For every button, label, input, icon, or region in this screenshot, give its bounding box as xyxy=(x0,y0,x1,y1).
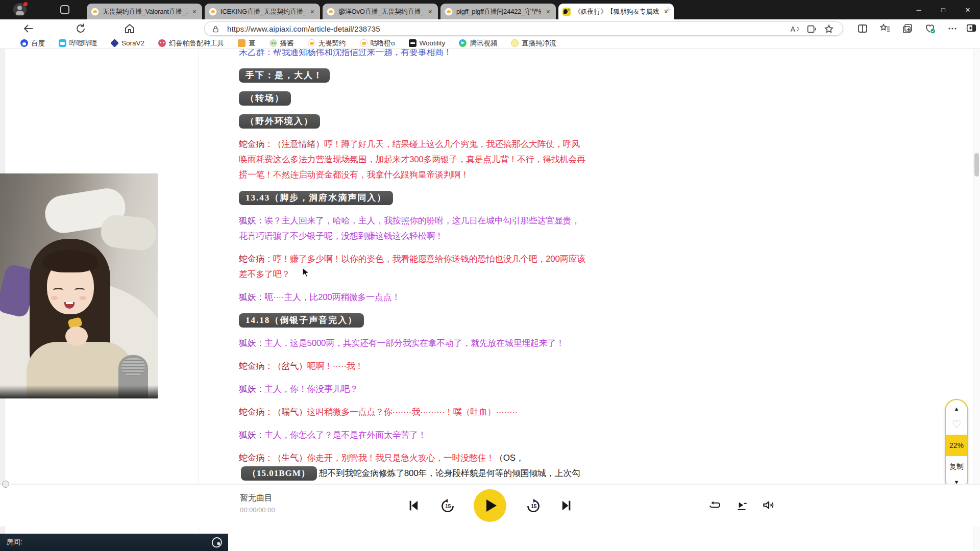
bookmark-item[interactable]: 直播纯净流 xyxy=(511,39,556,48)
room-input-bar[interactable]: 房间: xyxy=(0,534,228,551)
close-button[interactable]: ✕ xyxy=(955,0,980,19)
settings-more-icon[interactable] xyxy=(946,22,959,35)
browser-essentials-icon[interactable] xyxy=(924,22,936,35)
dialogue-text: 蛇金病：（生气） xyxy=(239,453,307,463)
play-button[interactable] xyxy=(474,489,506,522)
home-icon[interactable] xyxy=(124,22,136,35)
bookmark-item[interactable]: 腾讯视频 xyxy=(459,39,497,48)
tab-title: 《妖夜行》【狐朋狗友专属戏感 xyxy=(574,7,659,16)
streamer-eye xyxy=(75,288,85,292)
tab-actions-icon[interactable] xyxy=(60,5,69,14)
bookmark-item[interactable]: 无畏契约 xyxy=(308,39,346,48)
streamer-bangs xyxy=(43,250,98,272)
room-tag-icon[interactable] xyxy=(211,537,223,548)
bookmark-item[interactable]: 查 xyxy=(238,39,256,48)
cue-badge: 13.43（脚步，洞府水滴声同入） xyxy=(239,191,393,205)
webcam-video-overlay[interactable] xyxy=(0,173,158,398)
refresh-icon[interactable] xyxy=(75,22,87,35)
favorite-star-icon[interactable] xyxy=(823,23,835,35)
scroll-up-button[interactable]: ▲ xyxy=(946,400,967,416)
streamer-blush xyxy=(80,296,86,300)
page-scrollbar[interactable] xyxy=(973,49,980,551)
bookmark-item[interactable]: Wootility xyxy=(409,39,446,47)
favorites-icon[interactable] xyxy=(879,22,891,35)
browser-tab[interactable]: ICEKING直播_无畏契约直播_斗鱼× xyxy=(205,4,320,19)
scrollbar-thumb[interactable] xyxy=(974,153,979,177)
dialogue-text: 主人，这是5000两，其实还有一部分我实在拿不动了，就先放在城里埋起来了！ xyxy=(264,338,565,348)
dialogue-text: 蛇金病： xyxy=(239,254,273,264)
inline-cue-badge: （15.01BGM） xyxy=(241,466,317,481)
volume-icon[interactable] xyxy=(762,498,776,513)
bookmark-label: 幻兽帕鲁配种工具 xyxy=(169,39,224,48)
previous-track-icon[interactable] xyxy=(406,498,421,513)
tab-close-icon[interactable]: × xyxy=(545,8,552,15)
dialogue-text: （OS， xyxy=(495,453,524,463)
tab-close-icon[interactable]: × xyxy=(427,8,434,15)
aipiaxi-favicon xyxy=(562,8,571,16)
collections-icon[interactable] xyxy=(901,22,914,35)
tab-strip: 无畏契约直播_Valorant直播_无畏×ICEKING直播_无畏契约直播_斗鱼… xyxy=(87,4,676,19)
address-bar[interactable]: https://www.aipiaxi.com/article-detail/2… xyxy=(204,21,843,36)
bookmark-item[interactable]: 百度 xyxy=(20,39,45,48)
dialogue-text: 禾乙群：帮我通知杨伟和沈指信过来一趟，有要事相商！ xyxy=(239,49,452,57)
split-screen-icon[interactable] xyxy=(856,22,869,35)
dialogue-block: 禾乙群：帮我通知杨伟和沈指信过来一趟，有要事相商！ xyxy=(239,49,588,60)
profile-avatar-icon[interactable] xyxy=(13,3,27,16)
streamer-eye xyxy=(53,288,63,292)
dialogue-text: 你走开，别管我！我只是急火攻心，一时没憋住！ xyxy=(307,453,495,463)
url-text[interactable]: https://www.aipiaxi.com/article-detail/2… xyxy=(227,24,380,33)
lemon-bookmark-icon xyxy=(511,39,519,47)
rewind-15-icon[interactable]: 15 xyxy=(440,498,454,513)
sidebar-toggle-icon[interactable] xyxy=(966,22,977,35)
forward-15-icon[interactable]: 15 xyxy=(526,498,540,513)
tab-close-icon[interactable]: × xyxy=(309,8,316,15)
douyu-favicon xyxy=(327,8,335,16)
dialogue-block: 狐妖：呃····主人，比200两稍微多一点点！ xyxy=(239,290,588,305)
progress-percent: 22% xyxy=(946,435,967,456)
next-track-icon[interactable] xyxy=(559,498,574,513)
cue-badge-block: （野外环境入） xyxy=(239,114,588,129)
dialogue-text: 哼！赚了多少啊！以你的姿色，我看能愿意给你送钱的恐怕也没几个吧，200两应该差不… xyxy=(239,254,585,279)
browser-tab[interactable]: 《妖夜行》【狐朋狗友专属戏感× xyxy=(558,4,674,19)
video-bottom-shadow xyxy=(0,385,158,398)
dialogue-text: 主人，你！你没事儿吧？ xyxy=(264,384,358,394)
audio-player-bar: 暂无曲目 00:00/00:00 15 15 xyxy=(0,484,980,527)
cue-badge: （转场） xyxy=(239,91,291,106)
new-tab-button[interactable]: + xyxy=(662,3,675,16)
sora-bookmark-icon xyxy=(110,39,119,47)
svg-text:A: A xyxy=(791,26,796,33)
bookmark-item[interactable]: 哔哩哔哩 xyxy=(59,39,97,48)
browser-tab[interactable]: 廖洋OvO直播_无畏契约直播_斗鱼× xyxy=(323,4,438,19)
tab-title: ICEKING直播_无畏契约直播_斗鱼 xyxy=(220,7,305,16)
bookmark-item[interactable]: 播酱 xyxy=(270,39,294,48)
dialogue-text: 狐妖： xyxy=(239,430,264,440)
bookmark-item[interactable]: SoraV2 xyxy=(111,39,144,47)
bookmark-item[interactable]: 咕噜橙o xyxy=(360,39,395,48)
minimize-button[interactable]: ─ xyxy=(906,0,931,19)
douyu-favicon xyxy=(91,8,99,16)
bookmark-item[interactable]: 幻兽帕鲁配种工具 xyxy=(158,39,224,48)
seek-handle[interactable] xyxy=(2,481,9,488)
tab-title: 廖洋OvO直播_无畏契约直播_斗鱼 xyxy=(338,7,423,16)
immersive-reader-icon[interactable] xyxy=(806,23,817,35)
browser-tab[interactable]: pigff_pigff直播间24422_守望先锋× xyxy=(440,4,556,19)
like-heart-icon[interactable]: ♡ xyxy=(946,416,967,435)
maximize-button[interactable]: □ xyxy=(931,0,955,19)
copy-button[interactable]: 复制 xyxy=(946,456,967,477)
play-order-icon[interactable] xyxy=(735,498,749,513)
tab-close-icon[interactable]: × xyxy=(191,8,198,15)
dialogue-text: 狐妖： xyxy=(239,292,264,302)
mouse-cursor xyxy=(302,267,312,278)
read-aloud-icon[interactable]: A xyxy=(789,23,800,35)
back-icon[interactable] xyxy=(22,22,35,35)
bookmark-label: SoraV2 xyxy=(121,39,144,47)
dialogue-block: 蛇金病：（注意情绪）哼！蹲了好几天，结果碰上这么几个穷鬼，我还搞那么大阵仗，呼风… xyxy=(239,137,588,183)
toolbar: https://www.aipiaxi.com/article-detail/2… xyxy=(0,19,980,38)
browser-tab[interactable]: 无畏契约直播_Valorant直播_无畏× xyxy=(87,4,202,19)
dialogue-block: 蛇金病：（喘气）这叫稍微多一点点？你·······我·········！噗（吐血… xyxy=(239,405,588,420)
bookmark-label: 百度 xyxy=(31,39,45,48)
dialogue-text: 狐妖： xyxy=(239,216,264,226)
repeat-icon[interactable] xyxy=(708,498,723,513)
bookmark-label: 直播纯净流 xyxy=(522,39,556,48)
reader-progress-widget: ▲ ♡ 22% 复制 ▼ xyxy=(945,399,968,491)
